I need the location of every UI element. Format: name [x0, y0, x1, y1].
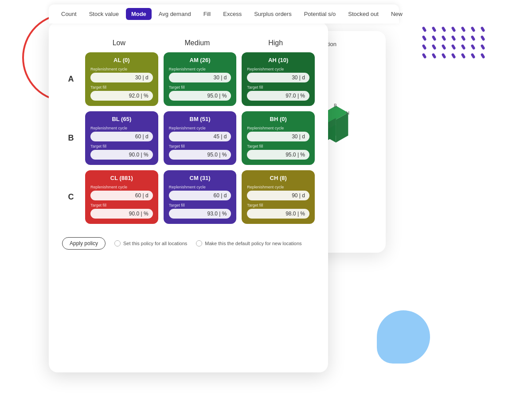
apply-policy-button[interactable]: Apply policy [62, 237, 106, 250]
bottom-bar: Apply policy Set this policy for all loc… [62, 233, 315, 250]
row-label-a: A [62, 52, 80, 106]
cell-title: AH (10) [247, 57, 309, 63]
policy-cell-bh--0-[interactable]: BH (0) Replenishment cycle Target fill [242, 111, 315, 165]
target-fill-label: Target fill [169, 203, 231, 207]
policy-cell-cl--881-[interactable]: CL (881) Replenishment cycle Target fill [85, 170, 158, 224]
policy-cell-bm--51-[interactable]: BM (51) Replenishment cycle Target fill [164, 111, 237, 165]
replenishment-input[interactable] [247, 73, 309, 82]
policy-cell-bl--65-[interactable]: BL (65) Replenishment cycle Target fill [85, 111, 158, 165]
row-label-b: B [62, 111, 80, 165]
replenishment-input[interactable] [247, 132, 309, 141]
tab-count[interactable]: Count [56, 8, 82, 20]
target-fill-label: Target fill [247, 85, 309, 90]
replenishment-input[interactable] [169, 191, 231, 200]
svg-text:B: B [334, 103, 337, 108]
default-policy-radio[interactable] [196, 240, 202, 246]
cell-title: BL (65) [90, 116, 153, 122]
fill-input[interactable] [90, 209, 153, 219]
replenishment-label: Replenishment cycle [169, 185, 231, 189]
grid-header: Low Medium High [62, 39, 315, 47]
fill-input[interactable] [169, 91, 231, 101]
target-fill-label: Target fill [90, 85, 153, 90]
svg-text:H: H [346, 111, 349, 116]
tabs-bar: CountStock valueModeAvg demandFillExcess… [49, 4, 399, 23]
tab-mode[interactable]: Mode [126, 8, 152, 20]
cell-title: BH (0) [247, 116, 309, 122]
replenishment-label: Replenishment cycle [90, 185, 153, 189]
fill-input[interactable] [247, 150, 309, 160]
default-policy-option[interactable]: Make this the default policy for new loc… [196, 240, 301, 246]
fill-input[interactable] [247, 91, 309, 101]
all-locations-option[interactable]: Set this policy for all locations [114, 240, 187, 246]
policy-cell-am--26-[interactable]: AM (26) Replenishment cycle Target fill [164, 52, 237, 106]
tab-avg-demand[interactable]: Avg demand [153, 8, 196, 20]
cell-title: CM (31) [169, 175, 231, 181]
fill-input[interactable] [169, 209, 231, 219]
col-header-low: Low [80, 39, 158, 47]
replenishment-input[interactable] [169, 132, 231, 141]
all-locations-label: Set this policy for all locations [123, 241, 187, 246]
replenishment-label: Replenishment cycle [247, 67, 309, 71]
replenishment-label: Replenishment cycle [90, 126, 153, 130]
policy-cell-al--0-[interactable]: AL (0) Replenishment cycle Target fill [85, 52, 158, 106]
target-fill-label: Target fill [247, 203, 309, 207]
default-policy-label: Make this the default policy for new loc… [205, 241, 301, 246]
target-fill-label: Target fill [169, 144, 231, 149]
tab-potential-s/o[interactable]: Potential s/o [299, 8, 341, 20]
main-container: Show visualization [49, 22, 510, 372]
col-header-high: High [236, 39, 315, 47]
policy-card: CountStock valueModeAvg demandFillExcess… [49, 22, 328, 372]
col-header-medium: Medium [158, 39, 237, 47]
replenishment-label: Replenishment cycle [247, 126, 309, 130]
replenishment-input[interactable] [247, 191, 309, 200]
tab-excess[interactable]: Excess [218, 8, 247, 20]
replenishment-label: Replenishment cycle [90, 67, 153, 71]
policy-cell-ah--10-[interactable]: AH (10) Replenishment cycle Target fill [242, 52, 315, 106]
target-fill-label: Target fill [169, 85, 231, 90]
cell-title: BM (51) [169, 116, 231, 122]
fill-input[interactable] [247, 209, 309, 219]
fill-input[interactable] [90, 150, 153, 160]
fill-input[interactable] [169, 150, 231, 160]
row-label-c: C [62, 170, 80, 224]
replenishment-label: Replenishment cycle [169, 67, 231, 71]
tab-stocked-out[interactable]: Stocked out [343, 8, 384, 20]
target-fill-label: Target fill [90, 203, 153, 207]
replenishment-label: Replenishment cycle [169, 126, 231, 130]
cell-title: AM (26) [169, 57, 231, 63]
policy-grid: A AL (0) Replenishment cycle Target fill… [62, 52, 315, 224]
replenishment-input[interactable] [90, 73, 153, 82]
policy-cell-ch--8-[interactable]: CH (8) Replenishment cycle Target fill [242, 170, 315, 224]
replenishment-input[interactable] [90, 132, 153, 141]
replenishment-input[interactable] [169, 73, 231, 82]
fill-input[interactable] [90, 91, 153, 101]
cell-title: CL (881) [90, 175, 153, 181]
target-fill-label: Target fill [90, 144, 153, 149]
tab-new[interactable]: New [386, 8, 408, 20]
cell-title: AL (0) [90, 57, 153, 63]
replenishment-input[interactable] [90, 191, 153, 200]
target-fill-label: Target fill [247, 144, 309, 149]
replenishment-label: Replenishment cycle [247, 185, 309, 189]
all-locations-radio[interactable] [114, 240, 121, 246]
tab-surplus-orders[interactable]: Surplus orders [249, 8, 297, 20]
tab-stock-value[interactable]: Stock value [84, 8, 124, 20]
cell-title: CH (8) [247, 175, 309, 181]
tab-fill[interactable]: Fill [198, 8, 216, 20]
policy-cell-cm--31-[interactable]: CM (31) Replenishment cycle Target fill [164, 170, 237, 224]
